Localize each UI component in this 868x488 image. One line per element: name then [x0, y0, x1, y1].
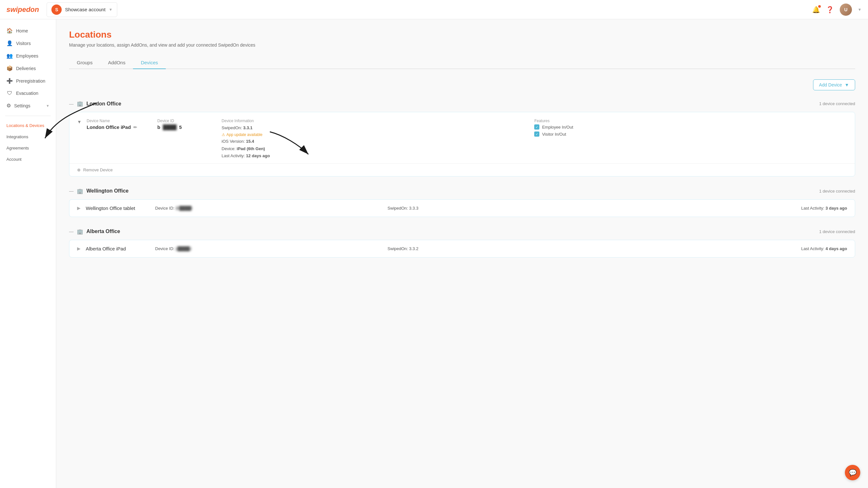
location-alberta-header: — 🏢 Alberta Office 1 device connected — [69, 227, 855, 236]
sidebar-item-locations-devices[interactable]: Locations & Devices — [0, 120, 56, 131]
main-content: Locations Manage your locations, assign … — [56, 19, 868, 488]
london-location-icon: 🏢 — [77, 101, 83, 107]
london-collapse-icon[interactable]: — — [69, 101, 73, 107]
sidebar-item-agreements[interactable]: Agreements — [0, 142, 56, 154]
wellington-location-name: Wellington Office — [86, 188, 128, 194]
tab-groups[interactable]: Groups — [69, 57, 100, 69]
location-wellington-header: — 🏢 Wellington Office 1 device connected — [69, 187, 855, 196]
sidebar-divider — [5, 116, 51, 116]
feature-employee-inout: ✓ Employee In/Out — [534, 124, 847, 130]
london-device-info: SwipedOn: 3.3.1 ⚠ App update available i… — [222, 124, 534, 160]
sidebar-item-integrations[interactable]: Integrations — [0, 131, 56, 142]
notification-dot — [818, 5, 821, 8]
london-device-card: ▼ Device Name London Office iPad ✏ Devic… — [69, 112, 855, 176]
london-device-info-col: Device Information SwipedOn: 3.3.1 ⚠ App… — [222, 119, 534, 160]
wellington-device-row: ▶ Wellington Office tablet Device ID: dr… — [69, 199, 855, 217]
wellington-collapse-icon[interactable]: — — [69, 189, 73, 194]
add-device-label: Add Device — [819, 82, 842, 87]
sidebar-label-evacuation: Evacuation — [16, 91, 38, 96]
sidebar-label-home: Home — [16, 28, 28, 33]
alberta-device-count: 1 device connected — [819, 229, 855, 234]
avatar-chevron-icon: ▼ — [858, 7, 862, 12]
wellington-location-icon: 🏢 — [77, 188, 83, 194]
sidebar-label-locations-devices: Locations & Devices — [6, 123, 44, 128]
employees-icon: 👥 — [6, 53, 13, 59]
feature-employee-label: Employee In/Out — [542, 125, 573, 130]
device-info-label: Device Information — [222, 119, 534, 123]
wellington-device-expand-icon[interactable]: ▶ — [77, 205, 81, 210]
sidebar-item-evacuation[interactable]: 🛡 Evacuation — [0, 87, 56, 99]
wellington-device-version: SwipedOn: 3.3.3 — [388, 206, 615, 210]
alberta-device-expand-icon[interactable]: ▶ — [77, 246, 81, 251]
london-device-id-blurred: ████ — [163, 124, 177, 130]
london-device-id-col: Device ID b████5 — [157, 119, 222, 160]
settings-chevron-icon: ▼ — [46, 104, 50, 108]
sidebar-label-account: Account — [6, 157, 22, 162]
preregistration-icon: ➕ — [6, 78, 13, 84]
settings-icon: ⚙ — [6, 103, 11, 109]
london-device-header: ▼ Device Name London Office iPad ✏ Devic… — [69, 112, 855, 164]
wellington-device-id: Device ID: dr████t — [155, 206, 382, 210]
wellington-device-count: 1 device connected — [819, 189, 855, 194]
london-device-features-col: Features ✓ Employee In/Out ✓ Visitor In/… — [534, 119, 847, 160]
sidebar: 🏠 Home 👤 Visitors 👥 Employees 📦 Deliveri… — [0, 19, 56, 488]
top-actions: Add Device ▼ — [69, 79, 855, 90]
tab-addons[interactable]: AddOns — [100, 57, 133, 69]
sidebar-item-visitors[interactable]: 👤 Visitors — [0, 37, 56, 50]
help-icon[interactable]: ❓ — [826, 6, 834, 13]
london-device-collapse-icon[interactable]: ▼ — [77, 119, 82, 124]
london-device-count: 1 device connected — [819, 101, 855, 106]
tab-devices[interactable]: Devices — [133, 57, 165, 69]
add-device-button[interactable]: Add Device ▼ — [813, 79, 855, 90]
account-switcher[interactable]: S Showcase account ▼ — [46, 2, 117, 17]
sidebar-label-integrations: Integrations — [6, 134, 28, 139]
employee-inout-checkbox[interactable]: ✓ — [534, 124, 539, 130]
sidebar-item-settings[interactable]: ⚙ Settings ▼ — [0, 99, 56, 112]
page-subtitle: Manage your locations, assign AddOns, an… — [69, 42, 855, 48]
london-device-name-col: Device Name London Office iPad ✏ — [87, 119, 157, 160]
evacuation-icon: 🛡 — [6, 90, 13, 96]
warning-icon: ⚠ — [222, 132, 225, 138]
alberta-device-version: SwipedOn: 3.3.2 — [388, 246, 615, 251]
sidebar-label-employees: Employees — [16, 53, 38, 58]
location-london-header: — 🏢 London Office 1 device connected — [69, 99, 855, 108]
chevron-down-icon: ▼ — [108, 7, 113, 12]
account-icon: S — [52, 4, 62, 15]
sidebar-item-preregistration[interactable]: ➕ Preregistration — [0, 75, 56, 87]
london-device-id: b████5 — [157, 124, 222, 130]
wellington-device-name: Wellington Office tablet — [86, 205, 150, 211]
location-alberta: — 🏢 Alberta Office 1 device connected ▶ … — [69, 227, 855, 258]
london-remove-device[interactable]: ⊗ Remove Device — [69, 164, 855, 176]
chat-button[interactable]: 💬 — [845, 465, 860, 480]
london-device-columns: Device Name London Office iPad ✏ Device … — [87, 119, 847, 160]
location-london: — 🏢 London Office 1 device connected ▼ D… — [69, 99, 855, 176]
alberta-collapse-icon[interactable]: — — [69, 229, 73, 234]
alberta-device-id: Device ID: y████z — [155, 246, 382, 251]
header-actions: 🔔 ❓ U ▼ — [812, 3, 862, 16]
alberta-device-name: Alberta Office iPad — [86, 246, 150, 251]
alberta-location-name: Alberta Office — [86, 229, 120, 234]
device-name-label: Device Name — [87, 119, 157, 123]
page-title: Locations — [69, 30, 855, 40]
notifications-icon[interactable]: 🔔 — [812, 6, 820, 13]
location-wellington: — 🏢 Wellington Office 1 device connected… — [69, 187, 855, 217]
sidebar-item-deliveries[interactable]: 📦 Deliveries — [0, 62, 56, 75]
sidebar-label-visitors: Visitors — [16, 41, 31, 46]
sidebar-label-settings: Settings — [14, 103, 31, 108]
sidebar-label-preregistration: Preregistration — [16, 79, 45, 84]
add-device-chevron-icon: ▼ — [844, 82, 849, 87]
user-avatar[interactable]: U — [840, 3, 852, 16]
remove-device-label: Remove Device — [83, 168, 113, 172]
visitor-inout-checkbox[interactable]: ✓ — [534, 132, 539, 137]
sidebar-item-account[interactable]: Account — [0, 154, 56, 165]
sidebar-item-employees[interactable]: 👥 Employees — [0, 50, 56, 62]
device-id-label: Device ID — [157, 119, 222, 123]
wellington-device-activity: Last Activity: 3 days ago — [620, 206, 847, 210]
sidebar-label-deliveries: Deliveries — [16, 66, 36, 71]
feature-visitor-label: Visitor In/Out — [542, 132, 566, 137]
sidebar-item-home[interactable]: 🏠 Home — [0, 24, 56, 37]
london-device-edit-icon[interactable]: ✏ — [133, 125, 137, 130]
london-device-features: ✓ Employee In/Out ✓ Visitor In/Out — [534, 124, 847, 137]
alberta-device-activity: Last Activity: 4 days ago — [620, 246, 847, 251]
header: swipedon S Showcase account ▼ 🔔 ❓ U ▼ — [0, 0, 868, 19]
